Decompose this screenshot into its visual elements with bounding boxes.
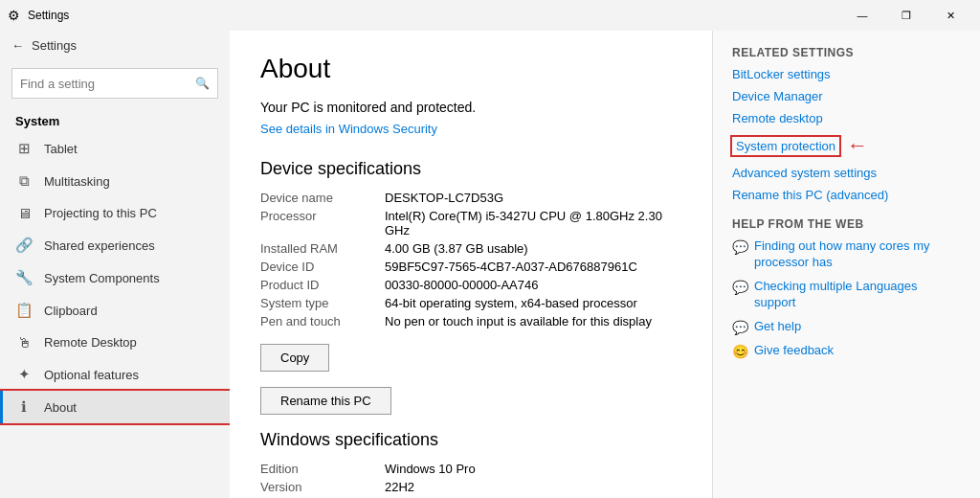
sidebar-item-projecting[interactable]: 🖥 Projecting to this PC	[0, 197, 230, 229]
copy-button[interactable]: Copy	[260, 344, 329, 372]
windows-specs-table: Edition Windows 10 Pro Version 22H2 Inst…	[260, 462, 681, 498]
related-link-advanced-system[interactable]: Advanced system settings	[732, 166, 961, 180]
spec-label-version: Version	[260, 480, 385, 494]
help-link-label-languages[interactable]: Checking multiple Languages support	[754, 279, 961, 311]
title-bar-controls: — ❐ ✕	[840, 0, 972, 31]
clipboard-icon: 📋	[15, 302, 33, 319]
sidebar-item-tablet[interactable]: ⊞ Tablet	[0, 132, 230, 165]
get-help-row: 💬 Get help	[732, 319, 961, 335]
spec-row-ram: Installed RAM 4.00 GB (3.87 GB usable)	[260, 241, 681, 256]
windows-specs-title: Windows specifications	[260, 430, 681, 450]
spec-label-device-id: Device ID	[260, 260, 385, 274]
sidebar-item-optional-features[interactable]: ✦ Optional features	[0, 358, 230, 391]
minimize-button[interactable]: —	[840, 0, 884, 31]
help-link-cores: 💬 Finding out how many cores my processo…	[732, 238, 961, 271]
sidebar-item-label-projecting: Projecting to this PC	[44, 206, 157, 220]
get-help-icon: 💬	[732, 320, 748, 335]
protected-text: Your PC is monitored and protected.	[260, 100, 681, 115]
tablet-icon: ⊞	[15, 140, 33, 157]
spec-label-product-id: Product ID	[260, 278, 385, 292]
give-feedback-link[interactable]: Give feedback	[754, 343, 834, 359]
projecting-icon: 🖥	[15, 205, 33, 221]
related-link-bitlocker[interactable]: BitLocker settings	[732, 67, 961, 81]
give-feedback-row: 😊 Give feedback	[732, 343, 961, 359]
system-components-icon: 🔧	[15, 269, 33, 286]
sidebar-item-remote-desktop[interactable]: 🖱 Remote Desktop	[0, 327, 230, 358]
spec-value-device-name: DESKTOP-LC7D53G	[385, 191, 681, 205]
spec-row-device-name: Device name DESKTOP-LC7D53G	[260, 191, 681, 205]
sidebar: ← Settings 🔍 System ⊞ Tablet ⧉ Multitask…	[0, 31, 230, 498]
title-bar-left: ⚙ Settings	[8, 8, 69, 23]
sidebar-item-label-system-components: System Components	[44, 271, 160, 285]
maximize-button[interactable]: ❐	[884, 0, 928, 31]
spec-row-version: Version 22H2	[260, 480, 681, 494]
sidebar-item-label-shared: Shared experiences	[44, 238, 155, 253]
see-details-link[interactable]: See details in Windows Security	[260, 122, 437, 136]
spec-label-processor: Processor	[260, 209, 385, 238]
spec-value-ram: 4.00 GB (3.87 GB usable)	[385, 241, 681, 256]
rename-button-container: Rename this PC	[260, 387, 681, 422]
spec-label-edition: Edition	[260, 462, 385, 476]
spec-value-processor: Intel(R) Core(TM) i5-3427U CPU @ 1.80GHz…	[385, 209, 681, 238]
sidebar-search-box[interactable]: 🔍	[11, 68, 218, 99]
spec-value-device-id: 59BF5C97-7565-4CB7-A037-AD676887961C	[385, 260, 681, 274]
sidebar-item-label-optional-features: Optional features	[44, 368, 139, 382]
spec-value-edition: Windows 10 Pro	[385, 462, 681, 476]
windows-specs-section: Windows specifications Edition Windows 1…	[260, 430, 681, 498]
about-icon: ℹ	[15, 398, 33, 416]
optional-features-icon: ✦	[15, 366, 33, 383]
sidebar-item-about[interactable]: ℹ About ←	[0, 391, 230, 423]
spec-row-device-id: Device ID 59BF5C97-7565-4CB7-A037-AD6768…	[260, 260, 681, 274]
rename-button[interactable]: Rename this PC	[260, 387, 391, 415]
sidebar-item-label-about: About	[44, 400, 77, 415]
sidebar-item-clipboard[interactable]: 📋 Clipboard	[0, 294, 230, 327]
device-specs-title: Device specifications	[260, 159, 681, 179]
get-help-link[interactable]: Get help	[754, 319, 801, 335]
system-protection-row: System protection ←	[732, 133, 961, 158]
spec-label-system-type: System type	[260, 296, 385, 310]
sidebar-item-label-tablet: Tablet	[44, 142, 78, 156]
shared-icon: 🔗	[15, 237, 33, 254]
copy-button-container: Copy	[260, 344, 681, 379]
help-link-label-cores[interactable]: Finding out how many cores my processor …	[754, 238, 961, 271]
help-title: Help from the web	[732, 217, 961, 231]
multitasking-icon: ⧉	[15, 172, 33, 190]
app-body: ← Settings 🔍 System ⊞ Tablet ⧉ Multitask…	[0, 31, 980, 498]
sidebar-item-shared[interactable]: 🔗 Shared experiences	[0, 229, 230, 261]
related-link-system-protection[interactable]: System protection	[732, 137, 839, 155]
related-link-remote-desktop[interactable]: Remote desktop	[732, 111, 961, 125]
main-content: About Your PC is monitored and protected…	[230, 31, 712, 498]
help-icon-languages: 💬	[732, 280, 748, 295]
related-link-device-manager[interactable]: Device Manager	[732, 89, 961, 103]
search-input[interactable]	[20, 77, 195, 91]
settings-icon: ⚙	[8, 8, 20, 23]
sidebar-section-label: System	[0, 106, 230, 132]
sidebar-item-multitasking[interactable]: ⧉ Multitasking	[0, 165, 230, 197]
spec-row-pen-touch: Pen and touch No pen or touch input is a…	[260, 314, 681, 328]
sidebar-item-label-multitasking: Multitasking	[44, 174, 110, 189]
spec-row-edition: Edition Windows 10 Pro	[260, 462, 681, 476]
close-button[interactable]: ✕	[928, 0, 972, 31]
spec-label-ram: Installed RAM	[260, 241, 385, 256]
spec-value-system-type: 64-bit operating system, x64-based proce…	[385, 296, 681, 310]
sidebar-back-button[interactable]: ← Settings	[0, 31, 230, 60]
sidebar-item-label-clipboard: Clipboard	[44, 304, 98, 318]
spec-row-processor: Processor Intel(R) Core(TM) i5-3427U CPU…	[260, 209, 681, 238]
search-icon: 🔍	[195, 77, 210, 90]
spec-label-device-name: Device name	[260, 191, 385, 205]
give-feedback-icon: 😊	[732, 344, 748, 359]
back-icon: ←	[11, 38, 24, 53]
title-bar-title: Settings	[28, 9, 69, 22]
device-specs-table: Device name DESKTOP-LC7D53G Processor In…	[260, 191, 681, 328]
related-link-rename-pc[interactable]: Rename this PC (advanced)	[732, 188, 961, 202]
spec-value-version: 22H2	[385, 480, 681, 494]
spec-value-pen-touch: No pen or touch input is available for t…	[385, 314, 681, 328]
sidebar-back-label: Settings	[32, 38, 77, 53]
remote-desktop-icon: 🖱	[15, 334, 33, 351]
help-icon-cores: 💬	[732, 239, 748, 255]
related-settings-title: Related settings	[732, 46, 961, 59]
spec-row-system-type: System type 64-bit operating system, x64…	[260, 296, 681, 310]
help-link-languages: 💬 Checking multiple Languages support	[732, 279, 961, 311]
spec-value-product-id: 00330-80000-00000-AA746	[385, 278, 681, 292]
sidebar-item-system-components[interactable]: 🔧 System Components	[0, 261, 230, 294]
